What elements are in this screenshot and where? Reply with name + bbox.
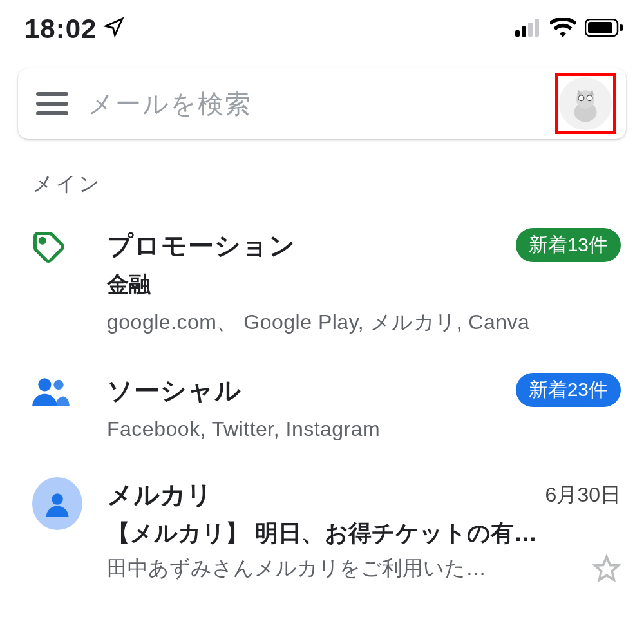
battery-icon [585, 19, 623, 39]
search-bar[interactable]: メールを検索 [18, 68, 626, 139]
profile-avatar[interactable] [559, 77, 612, 130]
status-time: 18:02 [24, 14, 97, 44]
wifi-icon [550, 18, 576, 40]
cellular-icon [515, 19, 541, 39]
sender-avatar [32, 477, 82, 530]
svg-point-16 [52, 493, 63, 505]
svg-rect-1 [522, 26, 526, 37]
svg-point-15 [53, 380, 63, 390]
category-title: プロモーション [107, 228, 296, 263]
people-icon [32, 373, 82, 406]
svg-point-9 [578, 95, 584, 101]
svg-rect-3 [535, 19, 539, 37]
status-right [515, 18, 623, 40]
section-label-main: メイン [0, 139, 644, 210]
category-row-promotions[interactable]: プロモーション 新着13件 金融 google.com、 Google Play… [0, 210, 644, 355]
category-senders: google.com、 Google Play, メルカリ, Canva [107, 308, 621, 337]
svg-rect-6 [620, 24, 623, 31]
svg-rect-5 [588, 22, 612, 33]
svg-marker-17 [595, 557, 619, 580]
email-row[interactable]: メルカリ 6月30日 【メルカリ】 明日、お得チケットの有… 田中あずみさんメル… [0, 459, 644, 601]
hamburger-menu-icon[interactable] [36, 92, 68, 115]
svg-point-13 [40, 238, 44, 243]
svg-point-10 [587, 95, 592, 101]
svg-rect-2 [528, 23, 533, 37]
email-sender: メルカリ [107, 477, 213, 513]
email-subject: 【メルカリ】 明日、お得チケットの有… [107, 518, 621, 549]
svg-point-14 [38, 378, 51, 391]
location-arrow-icon [103, 14, 125, 44]
email-date: 6月30日 [545, 477, 621, 509]
status-bar: 18:02 [0, 0, 644, 50]
category-title: ソーシャル [107, 373, 242, 408]
profile-avatar-highlight [555, 73, 616, 134]
new-count-badge: 新着23件 [516, 373, 621, 407]
star-icon[interactable] [592, 554, 621, 583]
new-count-badge: 新着13件 [516, 228, 621, 262]
svg-rect-0 [515, 30, 520, 37]
email-snippet: 田中あずみさんメルカリをご利用いた… [107, 554, 581, 583]
category-senders: Facebook, Twitter, Instagram [107, 417, 621, 441]
status-left: 18:02 [24, 14, 125, 44]
category-row-social[interactable]: ソーシャル 新着23件 Facebook, Twitter, Instagram [0, 355, 644, 459]
category-subtitle: 金融 [107, 270, 621, 299]
search-input[interactable]: メールを検索 [88, 86, 536, 122]
tag-icon [32, 228, 82, 265]
